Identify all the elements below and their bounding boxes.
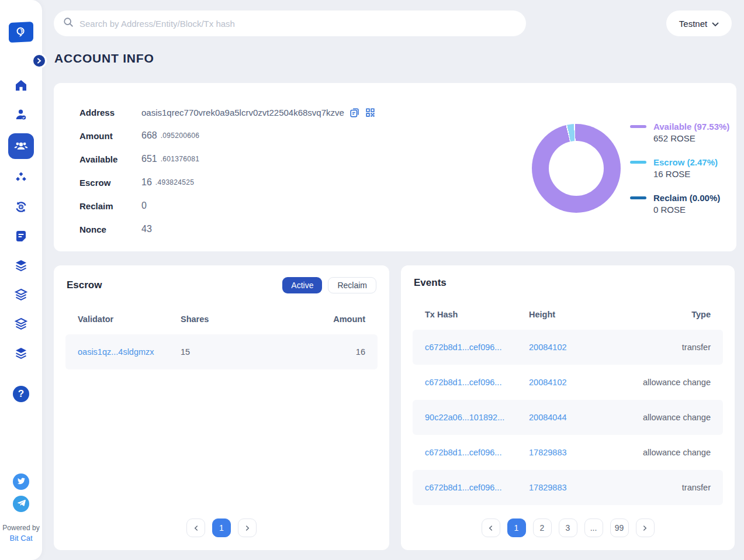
sidebar-item-blocks[interactable] xyxy=(8,167,34,188)
chart-legend: Available (97.53%) 652 ROSE Escrow (2.47… xyxy=(630,122,729,217)
network-selector[interactable]: Testnet xyxy=(666,11,732,36)
validator-link[interactable]: oasis1qz...4sldgmzx xyxy=(78,347,154,357)
qr-code-icon[interactable] xyxy=(365,107,376,118)
sidebar: ? Powered by Bit Cat xyxy=(0,0,42,560)
paratime-3-icon xyxy=(14,317,28,331)
page-button-ellipsis[interactable]: ... xyxy=(584,518,603,537)
col-validator: Validator xyxy=(65,309,168,334)
col-type: Type xyxy=(624,304,723,330)
height-link[interactable]: 17829883 xyxy=(529,483,567,492)
sidebar-item-proposals[interactable] xyxy=(8,226,34,247)
nonce-value: 43 xyxy=(141,224,152,234)
chevron-left-icon xyxy=(193,526,199,531)
sidebar-item-paratime-4[interactable] xyxy=(8,343,34,364)
copy-icon[interactable] xyxy=(349,107,360,118)
nonce-row: Nonce 43 xyxy=(79,217,376,241)
telegram-icon xyxy=(17,499,26,510)
sidebar-item-accounts[interactable] xyxy=(8,133,34,159)
amount-cell: 16 xyxy=(313,334,378,369)
prev-page-button[interactable] xyxy=(482,518,500,537)
available-int: 651 xyxy=(141,154,157,164)
legend-escrow-swatch xyxy=(630,161,646,164)
sidebar-expand-button[interactable] xyxy=(32,53,47,68)
legend-escrow-amount: 16 ROSE xyxy=(653,167,729,181)
reclaim-label: Reclaim xyxy=(79,201,141,211)
col-height: Height xyxy=(517,304,624,330)
height-link[interactable]: 20084044 xyxy=(529,413,567,422)
escrow-tabs: Active Reclaim xyxy=(282,277,376,293)
page-button-99[interactable]: 99 xyxy=(610,518,629,537)
available-row: Available 651.601376081 xyxy=(79,147,376,171)
amount-int: 668 xyxy=(141,130,157,141)
height-link[interactable]: 20084102 xyxy=(529,343,567,352)
table-row: c672b8d1...cef096... 20084102 allowance … xyxy=(413,365,723,400)
col-amount: Amount xyxy=(313,309,378,334)
paratime-1-icon xyxy=(14,258,28,272)
amount-label: Amount xyxy=(79,131,141,141)
escrow-pagination: 1 xyxy=(54,518,389,537)
oasisscan-logo[interactable] xyxy=(9,22,33,43)
tx-hash-link[interactable]: c672b8d1...cef096... xyxy=(425,343,501,352)
account-fields: Address oasis1qrec770vrek0a9a5lcrv0zvt22… xyxy=(79,101,376,241)
prev-page-button[interactable] xyxy=(186,518,205,537)
type-cell: allowance change xyxy=(624,400,723,435)
nonce-label: Nonce xyxy=(79,224,141,234)
height-link[interactable]: 17829883 xyxy=(529,448,567,457)
sidebar-item-paratime-3[interactable] xyxy=(8,313,34,334)
donut-hole xyxy=(549,141,604,196)
escrow-table: Validator Shares Amount oasis1qz...4sldg… xyxy=(65,309,378,369)
sidebar-item-transactions[interactable] xyxy=(8,196,34,217)
tx-hash-link[interactable]: 90c22a06...101892... xyxy=(425,413,504,422)
escrow-label: Escrow xyxy=(79,178,141,188)
table-row: oasis1qz...4sldgmzx 15 16 xyxy=(65,334,378,369)
page-button-2[interactable]: 2 xyxy=(533,518,552,537)
legend-reclaim-amount: 0 ROSE xyxy=(653,203,729,217)
home-icon xyxy=(14,78,28,92)
tx-hash-link[interactable]: c672b8d1...cef096... xyxy=(425,483,501,492)
height-link[interactable]: 20084102 xyxy=(529,378,567,387)
bitcat-link[interactable]: Bit Cat xyxy=(9,534,32,542)
sidebar-nav xyxy=(8,75,34,364)
legend-escrow: Escrow (2.47%) 16 ROSE xyxy=(630,157,729,181)
page-button-1[interactable]: 1 xyxy=(507,518,526,537)
events-table: Tx Hash Height Type c672b8d1...cef096...… xyxy=(413,304,723,505)
page-button-1[interactable]: 1 xyxy=(212,518,231,537)
next-page-button[interactable] xyxy=(238,518,257,537)
tx-hash-link[interactable]: c672b8d1...cef096... xyxy=(425,448,501,457)
tx-hash-link[interactable]: c672b8d1...cef096... xyxy=(425,378,501,387)
page-button-3[interactable]: 3 xyxy=(559,518,577,537)
help-button[interactable]: ? xyxy=(13,386,29,402)
next-page-button[interactable] xyxy=(636,518,655,537)
amount-row: Amount 668.095200606 xyxy=(79,124,376,147)
type-cell: transfer xyxy=(624,330,723,365)
transactions-icon xyxy=(14,200,28,214)
twitter-icon xyxy=(17,476,26,488)
tab-active[interactable]: Active xyxy=(282,277,322,293)
twitter-link[interactable] xyxy=(13,473,29,490)
telegram-link[interactable] xyxy=(13,496,29,512)
help-icon: ? xyxy=(13,386,29,402)
account-info-card: Address oasis1qrec770vrek0a9a5lcrv0zvt22… xyxy=(54,83,736,251)
proposals-icon xyxy=(14,229,28,243)
search-bar xyxy=(54,11,526,36)
legend-escrow-label: Escrow (2.47%) xyxy=(653,157,729,167)
legend-available: Available (97.53%) 652 ROSE xyxy=(630,122,729,146)
address-label: Address xyxy=(79,108,141,117)
legend-available-swatch xyxy=(630,125,646,128)
sidebar-item-paratime-2[interactable] xyxy=(8,284,34,305)
search-input[interactable] xyxy=(79,19,517,29)
sidebar-item-home[interactable] xyxy=(8,75,34,96)
paratime-2-icon xyxy=(14,288,28,302)
escrow-card: Escrow Active Reclaim Validator Shares A… xyxy=(54,265,389,550)
blocks-icon xyxy=(14,171,28,185)
chevron-left-icon xyxy=(488,526,493,531)
table-row: 90c22a06...101892... 20084044 allowance … xyxy=(413,400,723,435)
escrow-int: 16 xyxy=(141,177,152,188)
legend-available-amount: 652 ROSE xyxy=(653,132,729,146)
balance-donut-chart xyxy=(532,124,621,213)
sidebar-item-paratime-1[interactable] xyxy=(8,255,34,276)
sidebar-item-validators[interactable] xyxy=(8,104,34,125)
tab-reclaim[interactable]: Reclaim xyxy=(328,277,376,293)
col-shares: Shares xyxy=(168,309,313,334)
available-label: Available xyxy=(79,154,141,164)
